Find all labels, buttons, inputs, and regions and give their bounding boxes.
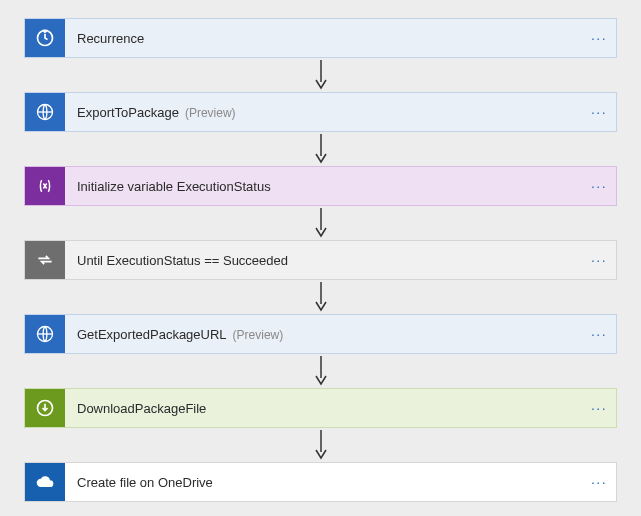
step-label-area: ExportToPackage(Preview) — [65, 105, 582, 120]
clock-icon — [25, 19, 65, 57]
more-menu-button[interactable]: ··· — [582, 326, 616, 342]
arrow-down-icon — [314, 206, 328, 240]
step-label: Create file on OneDrive — [77, 475, 213, 490]
globe-icon — [25, 93, 65, 131]
loop-icon — [25, 241, 65, 279]
workflow-step[interactable]: Recurrence··· — [24, 18, 617, 58]
more-menu-button[interactable]: ··· — [582, 474, 616, 490]
workflow-step[interactable]: Create file on OneDrive··· — [24, 462, 617, 502]
step-label-area: DownloadPackageFile — [65, 401, 582, 416]
workflow-step[interactable]: Until ExecutionStatus == Succeeded··· — [24, 240, 617, 280]
workflow-step[interactable]: ExportToPackage(Preview)··· — [24, 92, 617, 132]
cloud-icon — [25, 463, 65, 501]
workflow-step[interactable]: Initialize variable ExecutionStatus··· — [24, 166, 617, 206]
step-label: Initialize variable ExecutionStatus — [77, 179, 271, 194]
more-menu-button[interactable]: ··· — [582, 30, 616, 46]
workflow-step[interactable]: DownloadPackageFile··· — [24, 388, 617, 428]
step-label-area: GetExportedPackageURL(Preview) — [65, 327, 582, 342]
step-suffix: (Preview) — [233, 328, 284, 342]
step-suffix: (Preview) — [185, 106, 236, 120]
more-menu-button[interactable]: ··· — [582, 178, 616, 194]
step-label: DownloadPackageFile — [77, 401, 206, 416]
arrow-down-icon — [314, 354, 328, 388]
arrow-down-icon — [314, 58, 328, 92]
step-label-area: Create file on OneDrive — [65, 475, 582, 490]
workflow-diagram: Recurrence···ExportToPackage(Preview)···… — [24, 18, 617, 502]
step-label: GetExportedPackageURL — [77, 327, 227, 342]
step-label: ExportToPackage — [77, 105, 179, 120]
workflow-step[interactable]: GetExportedPackageURL(Preview)··· — [24, 314, 617, 354]
arrow-down-icon — [314, 280, 328, 314]
step-label-area: Initialize variable ExecutionStatus — [65, 179, 582, 194]
step-label: Recurrence — [77, 31, 144, 46]
more-menu-button[interactable]: ··· — [582, 104, 616, 120]
download-icon — [25, 389, 65, 427]
step-label: Until ExecutionStatus == Succeeded — [77, 253, 288, 268]
step-label-area: Recurrence — [65, 31, 582, 46]
more-menu-button[interactable]: ··· — [582, 252, 616, 268]
arrow-down-icon — [314, 132, 328, 166]
more-menu-button[interactable]: ··· — [582, 400, 616, 416]
variable-icon — [25, 167, 65, 205]
step-label-area: Until ExecutionStatus == Succeeded — [65, 253, 582, 268]
globe-icon — [25, 315, 65, 353]
arrow-down-icon — [314, 428, 328, 462]
